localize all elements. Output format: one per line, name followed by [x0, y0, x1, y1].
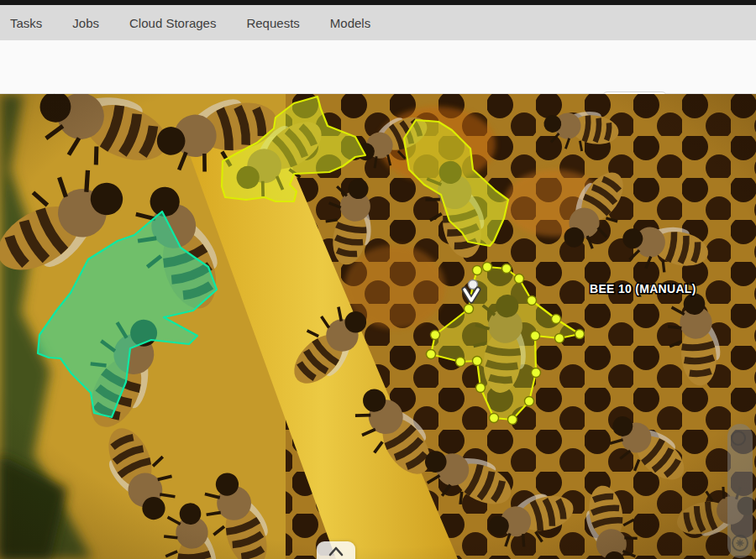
- polygon-vertex[interactable]: [456, 358, 465, 367]
- polygon-vertex[interactable]: [465, 305, 474, 314]
- expand-panel-button[interactable]: [317, 541, 355, 559]
- scene-svg: BEE 10 (MANUAL): [0, 94, 756, 559]
- polygon-vertex[interactable]: [555, 334, 564, 343]
- nav-item-requests[interactable]: Requests: [246, 16, 299, 30]
- annotation-canvas[interactable]: BEE 10 (MANUAL): [0, 94, 756, 559]
- polygon-vertex[interactable]: [531, 332, 540, 341]
- annotation-label: BEE 10 (MANUAL): [590, 282, 696, 295]
- nav-item-tasks[interactable]: Tasks: [10, 16, 42, 30]
- polygon-vertex[interactable]: [552, 315, 561, 324]
- polygon-vertex[interactable]: [525, 397, 534, 406]
- pill-bottom-icon[interactable]: [730, 533, 750, 553]
- polygon-vertex[interactable]: [473, 357, 482, 366]
- polygon-vertex[interactable]: [502, 264, 512, 274]
- app-window: Tasks Jobs Cloud Storages Requests Model…: [0, 0, 756, 559]
- polygon-vertex[interactable]: [528, 296, 537, 306]
- annotation-toolbar: Redo: [0, 40, 756, 94]
- polygon-vertex[interactable]: [431, 331, 440, 340]
- polygon-vertex[interactable]: [427, 350, 436, 359]
- nav-item-cloud-storages[interactable]: Cloud Storages: [129, 16, 216, 30]
- polygon-vertex[interactable]: [508, 415, 517, 425]
- chevron-up-icon: [323, 541, 349, 559]
- polygon-vertex[interactable]: [532, 368, 541, 378]
- polygon-vertex[interactable]: [473, 266, 482, 275]
- nav-item-jobs[interactable]: Jobs: [72, 16, 99, 30]
- polygon-vertex[interactable]: [476, 384, 486, 393]
- nav-item-models[interactable]: Models: [330, 16, 370, 30]
- polygon-vertex[interactable]: [490, 414, 499, 423]
- polygon-vertex[interactable]: [483, 263, 492, 272]
- main-nav: Tasks Jobs Cloud Storages Requests Model…: [0, 5, 756, 40]
- polygon-vertex[interactable]: [575, 330, 585, 339]
- polygon-vertex[interactable]: [515, 274, 524, 284]
- side-control-pill[interactable]: [727, 424, 753, 558]
- pill-top-circle[interactable]: [731, 431, 746, 446]
